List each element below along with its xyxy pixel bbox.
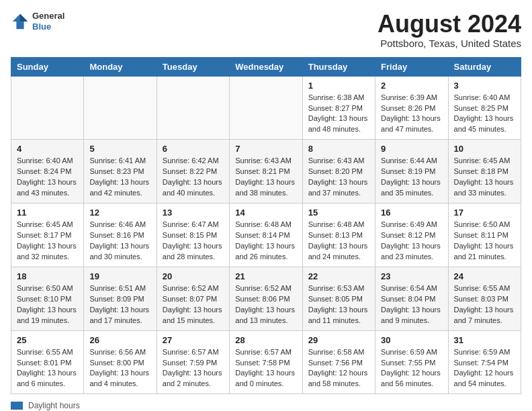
- logo-blue: Blue: [32, 21, 64, 32]
- day-number: 12: [89, 208, 150, 218]
- day-number: 6: [163, 144, 224, 154]
- weekday-header-row: SundayMondayTuesdayWednesdayThursdayFrid…: [11, 57, 521, 76]
- calendar-cell: 28Sunrise: 6:57 AM Sunset: 7:58 PM Dayli…: [230, 330, 302, 394]
- day-number: 17: [454, 208, 515, 218]
- day-info: Sunrise: 6:43 AM Sunset: 8:20 PM Dayligh…: [308, 156, 369, 199]
- weekday-header-wednesday: Wednesday: [230, 57, 302, 76]
- calendar-cell: 10Sunrise: 6:45 AM Sunset: 8:18 PM Dayli…: [448, 140, 521, 203]
- logo-general: General: [32, 11, 64, 21]
- day-number: 19: [89, 271, 150, 281]
- day-number: 14: [235, 208, 296, 218]
- day-number: 3: [454, 81, 515, 91]
- page-header: General Blue August 2024 Pottsboro, Texa…: [11, 11, 521, 49]
- calendar-cell: 6Sunrise: 6:42 AM Sunset: 8:22 PM Daylig…: [157, 140, 229, 203]
- day-info: Sunrise: 6:46 AM Sunset: 8:16 PM Dayligh…: [89, 220, 150, 263]
- calendar-cell: 15Sunrise: 6:48 AM Sunset: 8:13 PM Dayli…: [302, 203, 375, 267]
- day-info: Sunrise: 6:51 AM Sunset: 8:09 PM Dayligh…: [89, 283, 150, 326]
- calendar-cell: 26Sunrise: 6:56 AM Sunset: 8:00 PM Dayli…: [84, 330, 157, 394]
- day-number: 26: [89, 335, 150, 345]
- calendar-cell: [84, 76, 157, 140]
- calendar-week-3: 11Sunrise: 6:45 AM Sunset: 8:17 PM Dayli…: [11, 203, 521, 267]
- calendar-cell: [157, 76, 229, 140]
- day-info: Sunrise: 6:55 AM Sunset: 8:03 PM Dayligh…: [454, 283, 515, 326]
- day-info: Sunrise: 6:52 AM Sunset: 8:06 PM Dayligh…: [235, 283, 296, 326]
- calendar-cell: 24Sunrise: 6:55 AM Sunset: 8:03 PM Dayli…: [448, 267, 521, 330]
- calendar-cell: 18Sunrise: 6:50 AM Sunset: 8:10 PM Dayli…: [11, 267, 84, 330]
- calendar-cell: 11Sunrise: 6:45 AM Sunset: 8:17 PM Dayli…: [11, 203, 84, 267]
- calendar-cell: [230, 76, 302, 140]
- calendar-cell: 29Sunrise: 6:58 AM Sunset: 7:56 PM Dayli…: [302, 330, 375, 394]
- calendar-cell: 1Sunrise: 6:38 AM Sunset: 8:27 PM Daylig…: [302, 76, 375, 140]
- calendar-cell: 31Sunrise: 6:59 AM Sunset: 7:54 PM Dayli…: [448, 330, 521, 394]
- day-number: 16: [381, 208, 442, 218]
- day-number: 23: [381, 271, 442, 281]
- day-number: 9: [381, 144, 442, 154]
- logo: General Blue: [11, 11, 64, 32]
- day-info: Sunrise: 6:50 AM Sunset: 8:10 PM Dayligh…: [17, 283, 78, 326]
- day-number: 21: [235, 271, 296, 281]
- day-number: 31: [454, 335, 515, 345]
- calendar-cell: 25Sunrise: 6:55 AM Sunset: 8:01 PM Dayli…: [11, 330, 84, 394]
- title-area: August 2024 Pottsboro, Texas, United Sta…: [378, 11, 521, 49]
- day-number: 10: [454, 144, 515, 154]
- day-info: Sunrise: 6:38 AM Sunset: 8:27 PM Dayligh…: [308, 93, 369, 136]
- month-title: August 2024: [378, 11, 521, 38]
- weekday-header-saturday: Saturday: [448, 57, 521, 76]
- calendar-cell: 27Sunrise: 6:57 AM Sunset: 7:59 PM Dayli…: [157, 330, 229, 394]
- day-info: Sunrise: 6:57 AM Sunset: 7:59 PM Dayligh…: [163, 347, 224, 390]
- day-number: 2: [381, 81, 442, 91]
- day-number: 27: [163, 335, 224, 345]
- calendar-cell: 12Sunrise: 6:46 AM Sunset: 8:16 PM Dayli…: [84, 203, 157, 267]
- day-number: 24: [454, 271, 515, 281]
- day-info: Sunrise: 6:47 AM Sunset: 8:15 PM Dayligh…: [163, 220, 224, 263]
- calendar-week-1: 1Sunrise: 6:38 AM Sunset: 8:27 PM Daylig…: [11, 76, 521, 140]
- legend: Daylight hours: [11, 401, 521, 410]
- logo-text: General Blue: [32, 11, 64, 32]
- day-number: 25: [17, 335, 78, 345]
- weekday-header-monday: Monday: [84, 57, 157, 76]
- day-number: 11: [17, 208, 78, 218]
- calendar-table: SundayMondayTuesdayWednesdayThursdayFrid…: [11, 57, 521, 395]
- day-info: Sunrise: 6:45 AM Sunset: 8:18 PM Dayligh…: [454, 156, 515, 199]
- calendar-cell: 14Sunrise: 6:48 AM Sunset: 8:14 PM Dayli…: [230, 203, 302, 267]
- calendar-week-4: 18Sunrise: 6:50 AM Sunset: 8:10 PM Dayli…: [11, 267, 521, 330]
- day-info: Sunrise: 6:55 AM Sunset: 8:01 PM Dayligh…: [17, 347, 78, 390]
- calendar-cell: 8Sunrise: 6:43 AM Sunset: 8:20 PM Daylig…: [302, 140, 375, 203]
- day-info: Sunrise: 6:59 AM Sunset: 7:55 PM Dayligh…: [381, 347, 442, 390]
- day-info: Sunrise: 6:44 AM Sunset: 8:19 PM Dayligh…: [381, 156, 442, 199]
- day-number: 8: [308, 144, 369, 154]
- day-info: Sunrise: 6:54 AM Sunset: 8:04 PM Dayligh…: [381, 283, 442, 326]
- day-info: Sunrise: 6:57 AM Sunset: 7:58 PM Dayligh…: [235, 347, 296, 390]
- day-info: Sunrise: 6:58 AM Sunset: 7:56 PM Dayligh…: [308, 347, 369, 390]
- calendar-cell: 21Sunrise: 6:52 AM Sunset: 8:06 PM Dayli…: [230, 267, 302, 330]
- calendar-week-5: 25Sunrise: 6:55 AM Sunset: 8:01 PM Dayli…: [11, 330, 521, 394]
- weekday-header-sunday: Sunday: [11, 57, 84, 76]
- day-number: 5: [89, 144, 150, 154]
- day-number: 29: [308, 335, 369, 345]
- day-number: 22: [308, 271, 369, 281]
- calendar-cell: 4Sunrise: 6:40 AM Sunset: 8:24 PM Daylig…: [11, 140, 84, 203]
- calendar-cell: 2Sunrise: 6:39 AM Sunset: 8:26 PM Daylig…: [375, 76, 448, 140]
- calendar-cell: 13Sunrise: 6:47 AM Sunset: 8:15 PM Dayli…: [157, 203, 229, 267]
- calendar-cell: [11, 76, 84, 140]
- legend-color-box: [11, 402, 23, 410]
- day-info: Sunrise: 6:53 AM Sunset: 8:05 PM Dayligh…: [308, 283, 369, 326]
- calendar-cell: 22Sunrise: 6:53 AM Sunset: 8:05 PM Dayli…: [302, 267, 375, 330]
- calendar-cell: 3Sunrise: 6:40 AM Sunset: 8:25 PM Daylig…: [448, 76, 521, 140]
- day-info: Sunrise: 6:56 AM Sunset: 8:00 PM Dayligh…: [89, 347, 150, 390]
- day-number: 4: [17, 144, 78, 154]
- calendar-week-2: 4Sunrise: 6:40 AM Sunset: 8:24 PM Daylig…: [11, 140, 521, 203]
- weekday-header-thursday: Thursday: [302, 57, 375, 76]
- calendar-cell: 20Sunrise: 6:52 AM Sunset: 8:07 PM Dayli…: [157, 267, 229, 330]
- calendar-cell: 30Sunrise: 6:59 AM Sunset: 7:55 PM Dayli…: [375, 330, 448, 394]
- day-info: Sunrise: 6:40 AM Sunset: 8:24 PM Dayligh…: [17, 156, 78, 199]
- calendar-cell: 17Sunrise: 6:50 AM Sunset: 8:11 PM Dayli…: [448, 203, 521, 267]
- day-info: Sunrise: 6:59 AM Sunset: 7:54 PM Dayligh…: [454, 347, 515, 390]
- calendar-cell: 23Sunrise: 6:54 AM Sunset: 8:04 PM Dayli…: [375, 267, 448, 330]
- day-number: 7: [235, 144, 296, 154]
- day-info: Sunrise: 6:50 AM Sunset: 8:11 PM Dayligh…: [454, 220, 515, 263]
- day-number: 30: [381, 335, 442, 345]
- day-info: Sunrise: 6:41 AM Sunset: 8:23 PM Dayligh…: [89, 156, 150, 199]
- day-number: 13: [163, 208, 224, 218]
- logo-icon: [11, 12, 30, 31]
